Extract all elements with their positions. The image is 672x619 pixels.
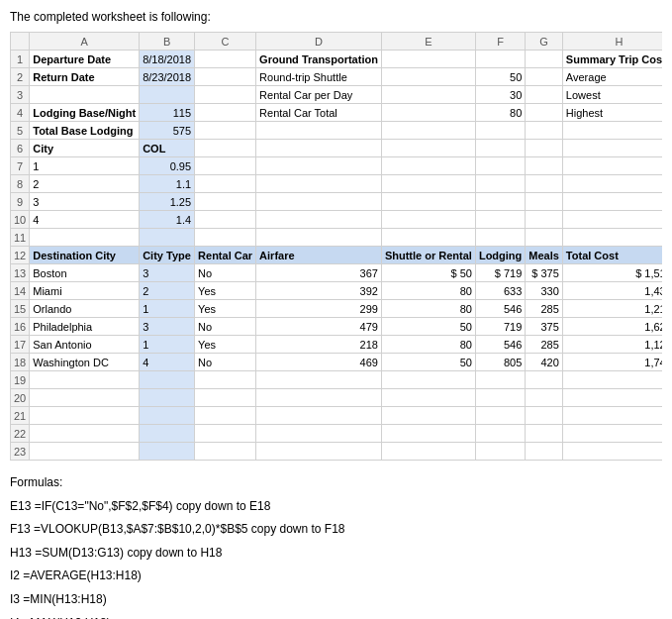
table-row: 17San Antonio1Yes218805462851,129 — [11, 336, 663, 354]
cell-13-B: 3 — [140, 264, 195, 282]
cell-18-D: 469 — [256, 354, 382, 371]
cell-3-C — [195, 86, 256, 104]
cell-17-H: 1,129 — [562, 336, 662, 354]
cell-3-F: 30 — [475, 86, 525, 104]
cell-20-B — [140, 389, 195, 407]
cell-1-E — [381, 51, 475, 68]
cell-16-E: 50 — [381, 318, 475, 336]
cell-5-G — [526, 122, 563, 140]
cell-3-D: Rental Car per Day — [256, 86, 382, 104]
cell-20-C — [195, 389, 256, 407]
table-row: 16Philadelphia3No479507193751,623 — [11, 318, 663, 336]
cell-1-C — [195, 51, 256, 68]
cell-7-H — [562, 157, 662, 175]
cell-5-A: Total Base Lodging — [30, 122, 140, 140]
col-header-B: B — [140, 33, 195, 51]
table-row: 5Total Base Lodging575 — [11, 122, 663, 140]
spreadsheet-wrapper: A B C D E F G H I J 1Departure Date8/18/… — [10, 32, 662, 461]
row-number: 12 — [11, 247, 30, 264]
cell-14-A: Miami — [30, 282, 140, 300]
cell-7-F — [475, 157, 525, 175]
cell-15-B: 1 — [140, 300, 195, 318]
cell-4-F: 80 — [475, 104, 525, 122]
col-header-C: C — [195, 33, 256, 51]
cell-22-A — [30, 425, 140, 443]
cell-8-B: 1.1 — [140, 175, 195, 193]
cell-9-H — [562, 193, 662, 211]
cell-1-H: Summary Trip Costs — [562, 51, 662, 68]
table-row: 12Destination CityCity TypeRental CarAir… — [11, 247, 663, 264]
row-number: 20 — [11, 389, 30, 407]
row-number: 4 — [11, 104, 30, 122]
cell-9-G — [526, 193, 563, 211]
formula-line: F13 =VLOOKUP(B13,$A$7:$B$10,2,0)*$B$5 co… — [10, 519, 662, 541]
cell-23-B — [140, 443, 195, 461]
col-header-D: D — [256, 33, 382, 51]
cell-7-G — [526, 157, 563, 175]
cell-23-C — [195, 443, 256, 461]
cell-9-C — [195, 193, 256, 211]
cell-17-C: Yes — [195, 336, 256, 354]
table-row: 710.95 — [11, 157, 663, 175]
cell-16-H: 1,623 — [562, 318, 662, 336]
cell-8-D — [256, 175, 382, 193]
row-number: 7 — [11, 157, 30, 175]
cell-10-A: 4 — [30, 211, 140, 229]
cell-8-H — [562, 175, 662, 193]
cell-15-D: 299 — [256, 300, 382, 318]
cell-11-A — [30, 229, 140, 247]
cell-12-E: Shuttle or Rental — [381, 247, 475, 264]
cell-21-G — [526, 407, 563, 425]
cell-14-C: Yes — [195, 282, 256, 300]
cell-13-A: Boston — [30, 264, 140, 282]
cell-17-D: 218 — [256, 336, 382, 354]
cell-11-B — [140, 229, 195, 247]
col-header-H: H — [562, 33, 662, 51]
cell-22-H — [562, 425, 662, 443]
table-row: 22 — [11, 425, 663, 443]
cell-19-A — [30, 371, 140, 389]
cell-14-B: 2 — [140, 282, 195, 300]
formula-line: I3 =MIN(H13:H18) — [10, 589, 662, 611]
cell-6-D — [256, 140, 382, 157]
cell-20-F — [475, 389, 525, 407]
cell-22-C — [195, 425, 256, 443]
table-row: 15Orlando1Yes299805462851,210 — [11, 300, 663, 318]
cell-12-H: Total Cost — [562, 247, 662, 264]
cell-11-D — [256, 229, 382, 247]
cell-6-C — [195, 140, 256, 157]
cell-4-E — [381, 104, 475, 122]
cell-15-E: 80 — [381, 300, 475, 318]
cell-9-D — [256, 193, 382, 211]
cell-13-D: 367 — [256, 264, 382, 282]
cell-7-B: 0.95 — [140, 157, 195, 175]
row-number: 9 — [11, 193, 30, 211]
cell-1-B: 8/18/2018 — [140, 51, 195, 68]
cell-15-G: 285 — [526, 300, 563, 318]
cell-10-C — [195, 211, 256, 229]
cell-19-F — [475, 371, 525, 389]
table-row: 20 — [11, 389, 663, 407]
cell-11-G — [526, 229, 563, 247]
cell-13-F: $ 719 — [475, 264, 525, 282]
cell-9-A: 3 — [30, 193, 140, 211]
cell-23-E — [381, 443, 475, 461]
cell-15-F: 546 — [475, 300, 525, 318]
cell-14-G: 330 — [526, 282, 563, 300]
cell-10-B: 1.4 — [140, 211, 195, 229]
cell-17-F: 546 — [475, 336, 525, 354]
cell-19-G — [526, 371, 563, 389]
cell-15-A: Orlando — [30, 300, 140, 318]
row-number: 16 — [11, 318, 30, 336]
col-header-A: A — [30, 33, 140, 51]
cell-2-B: 8/23/2018 — [140, 68, 195, 86]
cell-7-A: 1 — [30, 157, 140, 175]
cell-6-B: COL — [140, 140, 195, 157]
table-row: 3Rental Car per Day30Lowest1,129 — [11, 86, 663, 104]
cell-21-B — [140, 407, 195, 425]
cell-18-F: 805 — [475, 354, 525, 371]
formula-line: I4 =MAX(H13:H18) — [10, 613, 662, 619]
cell-12-B: City Type — [140, 247, 195, 264]
cell-5-H — [562, 122, 662, 140]
table-row: 6CityCOL — [11, 140, 663, 157]
